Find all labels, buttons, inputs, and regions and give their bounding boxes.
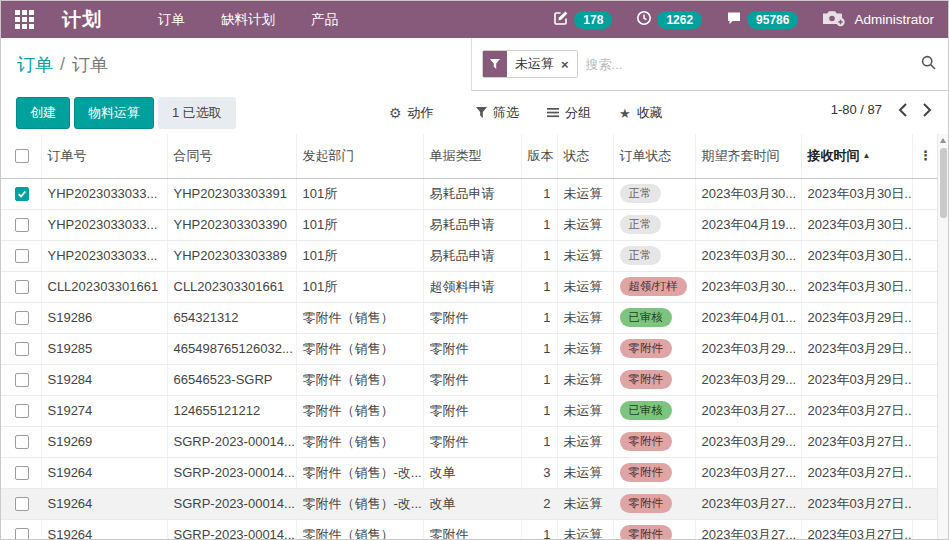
row-checkbox[interactable]: [15, 342, 29, 356]
scrollbar-up-icon[interactable]: [940, 138, 946, 143]
order-status-badge: 正常: [620, 184, 661, 203]
table-row[interactable]: YHP2023033033...YHP202303303389101所易耗品申请…: [1, 240, 939, 271]
column-header-contract_no[interactable]: 合同号: [167, 134, 296, 178]
favorites-label: 收藏: [637, 104, 663, 122]
cell-expected_date: 2023年03月30...: [695, 178, 801, 209]
table-row[interactable]: S19264SGRP-2023-00014...零附件（销售）-改...改单2未…: [1, 488, 939, 519]
table-row[interactable]: YHP2023033033...YHP202303303390101所易耗品申请…: [1, 209, 939, 240]
pager-previous-icon[interactable]: [898, 103, 907, 117]
cell-status: 未运算: [557, 333, 613, 364]
menu-item-orders[interactable]: 订单: [158, 11, 185, 29]
app-title[interactable]: 计划: [62, 7, 102, 33]
cell-order_no: S19285: [41, 333, 167, 364]
row-trailing-cell: [912, 457, 939, 488]
column-header-expected_date[interactable]: 期望齐套时间: [695, 134, 801, 178]
search-input[interactable]: [586, 57, 913, 72]
row-checkbox[interactable]: [15, 435, 29, 449]
optional-columns-icon[interactable]: ⋮: [912, 134, 939, 178]
cell-doc_type: 零附件: [423, 519, 521, 540]
row-checkbox[interactable]: [15, 280, 29, 294]
row-checkbox[interactable]: [15, 404, 29, 418]
cell-contract_no: YHP202303303390: [167, 209, 296, 240]
cell-contract_no: YHP202303303391: [167, 178, 296, 209]
menu-item-products[interactable]: 产品: [311, 11, 338, 29]
pager-range: 1-80 / 87: [831, 102, 882, 117]
control-buttons-row: 创建 物料运算 1 已选取 ⚙ 动作 筛选 分组 ★ 收藏: [1, 91, 948, 134]
cell-version: 2: [521, 488, 557, 519]
table-row[interactable]: S19264SGRP-2023-00014...零附件（销售）零附件1未运算零附…: [1, 519, 939, 540]
cell-order_status: 零附件: [613, 457, 695, 488]
row-checkbox[interactable]: [15, 373, 29, 387]
selected-count-button[interactable]: 1 已选取: [158, 97, 236, 129]
cell-version: 1: [521, 209, 557, 240]
column-header-status[interactable]: 状态: [557, 134, 613, 178]
table-row[interactable]: S19286654321312零附件（销售）零附件1未运算已审核2023年04月…: [1, 302, 939, 333]
table-row[interactable]: S19274124655121212零附件（销售）零附件1未运算已审核2023年…: [1, 395, 939, 426]
column-header-doc_type[interactable]: 单据类型: [423, 134, 521, 178]
table-row[interactable]: YHP2023033033...YHP202303303391101所易耗品申请…: [1, 178, 939, 209]
cell-order_status: 零附件: [613, 364, 695, 395]
cell-received_date: 2023年03月27日...: [801, 488, 912, 519]
table-row[interactable]: S19264SGRP-2023-00014...零附件（销售）-改...改单3未…: [1, 457, 939, 488]
menu-item-shortage-plan[interactable]: 缺料计划: [221, 11, 275, 29]
cell-order_no: S19264: [41, 519, 167, 540]
column-header-order_status[interactable]: 订单状态: [613, 134, 695, 178]
table-row[interactable]: CLL202303301661CLL202303301661101所超领料申请1…: [1, 271, 939, 302]
row-checkbox[interactable]: [15, 497, 29, 511]
messages-counter[interactable]: 95786: [726, 10, 798, 30]
order-status-badge: 正常: [620, 215, 661, 234]
row-select-cell: [1, 333, 41, 364]
cell-dept: 零附件（销售）: [296, 519, 423, 540]
search-icon[interactable]: [921, 55, 936, 74]
facet-remove-icon[interactable]: ×: [561, 58, 569, 71]
apps-menu-icon[interactable]: [15, 10, 34, 29]
pager-next-icon[interactable]: [923, 103, 932, 117]
table-row[interactable]: S19269SGRP-2023-00014...零附件（销售）零附件1未运算零附…: [1, 426, 939, 457]
cell-order_no: YHP2023033033...: [41, 178, 167, 209]
cell-contract_no: 124655121212: [167, 395, 296, 426]
cell-version: 3: [521, 457, 557, 488]
cell-version: 1: [521, 333, 557, 364]
cell-contract_no: SGRP-2023-00014...: [167, 488, 296, 519]
select-all-checkbox[interactable]: [15, 149, 29, 163]
user-menu[interactable]: Administrator: [822, 9, 934, 30]
cell-doc_type: 改单: [423, 488, 521, 519]
filters-button[interactable]: 筛选: [476, 104, 519, 122]
group-by-button[interactable]: 分组: [547, 104, 591, 122]
material-compute-button[interactable]: 物料运算: [74, 97, 154, 129]
row-checkbox[interactable]: [15, 528, 29, 540]
navbar-right: 178 1262 95786 Administrator: [553, 9, 934, 30]
activities-counter[interactable]: 178: [553, 10, 612, 30]
cell-dept: 101所: [296, 178, 423, 209]
cell-received_date: 2023年03月27日...: [801, 426, 912, 457]
favorites-button[interactable]: ★ 收藏: [619, 104, 663, 122]
row-checkbox[interactable]: [15, 311, 29, 325]
breadcrumb-separator: /: [60, 54, 65, 75]
create-button[interactable]: 创建: [16, 97, 70, 129]
column-header-received_date[interactable]: 接收时间▲: [801, 134, 912, 178]
pending-counter[interactable]: 1262: [636, 10, 702, 30]
action-menu-button[interactable]: ⚙ 动作: [389, 104, 434, 122]
column-header-version[interactable]: 版本: [521, 134, 557, 178]
row-checkbox[interactable]: [15, 218, 29, 232]
column-header-order_no[interactable]: 订单号: [41, 134, 167, 178]
cell-order_no: YHP2023033033...: [41, 209, 167, 240]
scrollbar-thumb[interactable]: [940, 148, 947, 218]
star-icon: ★: [619, 106, 631, 121]
table-row[interactable]: S1928466546523-SGRP零附件（销售）零附件1未运算零附件2023…: [1, 364, 939, 395]
cell-doc_type: 易耗品申请: [423, 209, 521, 240]
breadcrumb-parent-link[interactable]: 订单: [17, 53, 53, 77]
column-header-dept[interactable]: 发起部门: [296, 134, 423, 178]
row-trailing-cell: [912, 333, 939, 364]
row-checkbox[interactable]: [15, 249, 29, 263]
cell-doc_type: 易耗品申请: [423, 178, 521, 209]
row-select-cell: [1, 271, 41, 302]
cell-order_status: 正常: [613, 240, 695, 271]
cell-order_status: 零附件: [613, 426, 695, 457]
row-select-cell: [1, 395, 41, 426]
cell-received_date: 2023年03月30日...: [801, 271, 912, 302]
table-row[interactable]: S19285465498765126032...零附件（销售）零附件1未运算零附…: [1, 333, 939, 364]
row-checkbox[interactable]: [15, 187, 29, 201]
row-checkbox[interactable]: [15, 466, 29, 480]
breadcrumb-current: 订单: [72, 53, 108, 77]
